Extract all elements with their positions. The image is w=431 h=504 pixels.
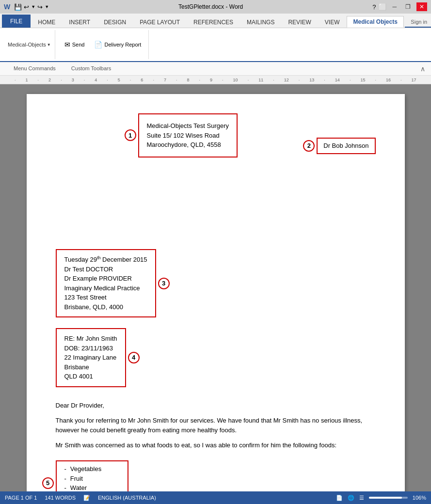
zoom-slider-fill bbox=[369, 497, 402, 499]
address1-line1: Medical-Objects Test Surgery bbox=[147, 121, 229, 131]
secondary-ribbon: Menu Commands Custom Toolbars ∧ bbox=[0, 62, 431, 76]
address-block-1-wrapper: 1 Medical-Objects Test Surgery Suite 15/… bbox=[138, 113, 238, 162]
title-bar: W 💾 ↩ ▼ ↪ ▼ TestGPletter.docx - Word ? ⬜… bbox=[0, 0, 431, 14]
list-item: - Vegetables bbox=[64, 464, 120, 474]
title-bar-left: W 💾 ↩ ▼ ↪ ▼ bbox=[4, 3, 49, 11]
secondary-ribbon-close[interactable]: ∧ bbox=[420, 65, 425, 73]
ruler-marks: ·1 ·2 ·3 ·4 ·5 ·6 ·7 ·8 ·9 ·10 ·11 ·12 ·… bbox=[10, 78, 421, 82]
address2-text: Dr Bob Johnson bbox=[323, 142, 368, 149]
list-item-fruit: Fruit bbox=[70, 474, 83, 484]
minimize-button[interactable]: ─ bbox=[389, 2, 399, 11]
list-item-water: Water bbox=[70, 483, 87, 491]
list-item: - Water bbox=[64, 483, 120, 491]
zoom-slider[interactable] bbox=[369, 497, 408, 499]
word-icon: W bbox=[4, 3, 10, 11]
badge-1: 1 bbox=[125, 129, 136, 141]
menu-commands-tab[interactable]: Menu Commands bbox=[6, 65, 64, 72]
tab-file[interactable]: FILE bbox=[2, 15, 31, 28]
paragraph-2: Mr Smith was concerned as to what foods … bbox=[56, 441, 376, 451]
address-section-3: 3 Tuesday 29th December 2015 Dr Test DOC… bbox=[56, 249, 156, 317]
tab-medical-objects[interactable]: Medical Objects bbox=[347, 16, 403, 28]
dropdown-arrow-icon: ▼ bbox=[47, 43, 51, 47]
address3-line4: Imaginary Medical Practice bbox=[64, 284, 147, 293]
address-section-4: 4 RE: Mr John Smith DOB: 23/11/1963 22 I… bbox=[56, 328, 126, 387]
address1-line3: Maroochydore, QLD, 4558 bbox=[147, 140, 229, 150]
tab-design[interactable]: DESIGN bbox=[97, 16, 132, 28]
send-label: Send bbox=[72, 42, 85, 47]
document-area: 1 Medical-Objects Test Surgery Suite 15/… bbox=[0, 84, 431, 491]
title-bar-controls: ? ⬜ ─ ❐ ✕ bbox=[372, 2, 427, 11]
window-title: TestGPletter.docx - Word bbox=[49, 3, 372, 10]
language-indicator[interactable]: ENGLISH (AUSTRALIA) bbox=[98, 495, 156, 501]
status-bar-right: 📄 🌐 ☰ 106% bbox=[336, 495, 426, 501]
quick-save[interactable]: 💾 bbox=[14, 3, 22, 11]
list-section-5: 5 - Vegetables - Fruit - Water - Wholegr… bbox=[56, 460, 129, 491]
delivery-report-button[interactable]: 📄 Delivery Report bbox=[91, 39, 144, 50]
ribbon-toggle[interactable]: ⬜ bbox=[379, 3, 386, 11]
page-indicator: PAGE 1 OF 1 bbox=[5, 495, 37, 501]
address4-line5: QLD 4001 bbox=[64, 372, 117, 381]
layout-icon-print[interactable]: 📄 bbox=[336, 495, 343, 501]
proofing-icon[interactable]: 📝 bbox=[83, 495, 90, 501]
address4-line2: DOB: 23/11/1963 bbox=[64, 344, 117, 353]
address3-line1: Tuesday 29th December 2015 bbox=[64, 255, 147, 265]
quick-redo[interactable]: ↪ bbox=[37, 3, 43, 11]
send-button[interactable]: ✉ Send bbox=[61, 39, 88, 50]
word-count: 141 WORDS bbox=[45, 495, 76, 501]
help-icon[interactable]: ? bbox=[372, 3, 376, 11]
address4-line4: Brisbane bbox=[64, 362, 117, 372]
status-bar: PAGE 1 OF 1 141 WORDS 📝 ENGLISH (AUSTRAL… bbox=[0, 491, 431, 504]
badge-5: 5 bbox=[42, 477, 54, 489]
zoom-level[interactable]: 106% bbox=[413, 495, 426, 501]
address-block-3-wrapper: 3 Tuesday 29th December 2015 Dr Test DOC… bbox=[56, 249, 376, 322]
salutation: Dear Dr Provider, bbox=[56, 401, 376, 411]
send-icon: ✉ bbox=[64, 41, 70, 48]
restore-button[interactable]: ❐ bbox=[402, 2, 414, 11]
badge-3: 3 bbox=[158, 278, 170, 289]
quick-undo[interactable]: ↩ bbox=[24, 3, 29, 11]
address-section-1: 1 Medical-Objects Test Surgery Suite 15/… bbox=[138, 113, 238, 158]
custom-toolbars-tab[interactable]: Custom Toolbars bbox=[64, 65, 119, 72]
tab-review[interactable]: REVIEW bbox=[282, 16, 317, 28]
quick-undo-arrow[interactable]: ▼ bbox=[31, 4, 35, 9]
paragraph-1: Thank you for referring to Mr John Smith… bbox=[56, 416, 376, 436]
address4-line3: 22 Imaginary Lane bbox=[64, 353, 117, 362]
tab-references[interactable]: REFERENCES bbox=[187, 16, 239, 28]
address-block-2-wrapper: 2 Dr Bob Johnson bbox=[317, 138, 375, 159]
tab-view[interactable]: VIEW bbox=[319, 16, 346, 28]
address3-line6: Brisbane, QLD, 4000 bbox=[64, 302, 147, 312]
medical-objects-dropdown[interactable]: Medical-Objects ▼ bbox=[8, 42, 51, 47]
report-icon: 📄 bbox=[94, 41, 102, 48]
quick-access-more[interactable]: ▼ bbox=[45, 4, 49, 9]
list-item-vegetables: Vegetables bbox=[70, 464, 101, 474]
address4-line1: RE: Mr John Smith bbox=[64, 334, 117, 344]
address3-line2: Dr Test DOCTOR bbox=[64, 265, 147, 274]
address3-line5: 123 Test Street bbox=[64, 293, 147, 302]
medical-objects-ribbon-label: Medical-Objects bbox=[8, 42, 46, 47]
document-page[interactable]: 1 Medical-Objects Test Surgery Suite 15/… bbox=[27, 94, 405, 491]
tab-home[interactable]: HOME bbox=[32, 16, 62, 28]
tab-page-layout[interactable]: PAGE LAYOUT bbox=[133, 16, 186, 28]
ribbon-tabs: FILE HOME INSERT DESIGN PAGE LAYOUT REFE… bbox=[0, 14, 431, 28]
ribbon-content: Medical-Objects ▼ ✉ Send 📄 Delivery Repo… bbox=[0, 28, 431, 62]
layout-icon-web[interactable]: 🌐 bbox=[348, 495, 354, 501]
layout-icon-outline[interactable]: ☰ bbox=[359, 495, 364, 501]
badge-4: 4 bbox=[128, 352, 140, 363]
header-area: 1 Medical-Objects Test Surgery Suite 15/… bbox=[56, 113, 376, 191]
close-button[interactable]: ✕ bbox=[416, 2, 427, 11]
delivery-report-label: Delivery Report bbox=[104, 42, 141, 47]
badge-2: 2 bbox=[303, 140, 315, 152]
address-block-4-wrapper: 4 RE: Mr John Smith DOB: 23/11/1963 22 I… bbox=[56, 328, 376, 392]
sign-in-link[interactable]: Sign in bbox=[407, 17, 431, 28]
list-section-wrapper: 5 - Vegetables - Fruit - Water - Wholegr… bbox=[56, 460, 129, 491]
ruler: ·1 ·2 ·3 ·4 ·5 ·6 ·7 ·8 ·9 ·10 ·11 ·12 ·… bbox=[0, 76, 431, 84]
list-item: - Fruit bbox=[64, 474, 120, 484]
address1-line2: Suite 15/ 102 Wises Road bbox=[147, 131, 229, 141]
ribbon-group-medical: Medical-Objects ▼ bbox=[4, 30, 55, 59]
tab-insert[interactable]: INSERT bbox=[63, 16, 96, 28]
address-section-2: 2 Dr Bob Johnson bbox=[317, 138, 375, 154]
ribbon-group-send: ✉ Send 📄 Delivery Report bbox=[57, 30, 149, 59]
tab-mailings[interactable]: MAILINGS bbox=[240, 16, 281, 28]
address3-line3: Dr Example PROVIDER bbox=[64, 274, 147, 284]
